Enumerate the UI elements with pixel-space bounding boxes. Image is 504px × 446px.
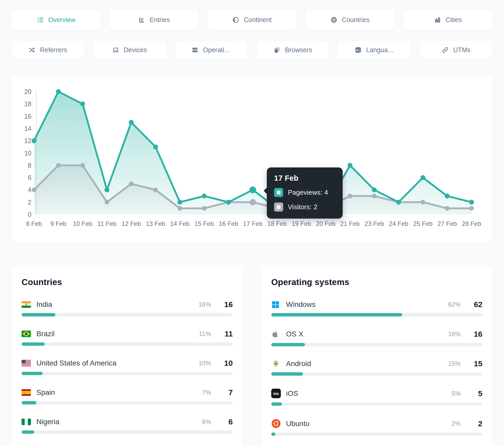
x-tick-label: 8 Feb (26, 220, 42, 227)
data-point-visitors[interactable] (421, 200, 425, 205)
progress-fill (271, 433, 275, 436)
data-point-pageviews[interactable] (348, 163, 353, 168)
list-icon (37, 16, 44, 23)
data-point-pageviews[interactable] (129, 120, 134, 125)
tab-label: Overview (48, 16, 75, 24)
tab-utms[interactable]: UTMs (420, 41, 492, 59)
tooltip-value: Pageviews: 4 (288, 188, 328, 197)
data-point-pageviews[interactable] (80, 102, 85, 106)
tab-countries[interactable]: Countries (306, 10, 394, 30)
data-point-pageviews[interactable] (177, 200, 182, 205)
x-tick-label: 28 Feb (462, 220, 481, 227)
list-item[interactable]: iosiOS5%5 (271, 389, 482, 406)
tab-overview[interactable]: Overview (12, 10, 100, 30)
data-point-pageviews[interactable] (153, 144, 158, 149)
tab-browsers[interactable]: Browsers (257, 41, 329, 59)
data-point-pageviews[interactable] (396, 200, 401, 205)
row-count: 11 (219, 329, 233, 338)
tab-devices[interactable]: Devices (93, 41, 165, 59)
tab-operating-systems[interactable]: Operati… (175, 41, 247, 59)
data-point-visitors[interactable] (250, 199, 256, 205)
x-tick-label: 16 Feb (219, 220, 238, 227)
data-point-visitors[interactable] (56, 163, 61, 168)
series-swatch (274, 188, 283, 197)
row-count: 2 (468, 419, 482, 428)
row-percent: 10% (198, 360, 211, 367)
tab-entries[interactable]: Entries (110, 10, 198, 30)
panel-title: Operating systems (271, 277, 482, 287)
list-item[interactable]: Android15%15 (271, 359, 482, 376)
progress-fill (22, 430, 34, 434)
list-item[interactable]: United States of America10%10 (22, 359, 233, 375)
browser-icon (274, 46, 281, 53)
data-point-pageviews[interactable] (445, 194, 450, 199)
progress-fill (271, 343, 305, 346)
list-item[interactable]: Windows62%62 (271, 300, 482, 316)
data-point-pageviews[interactable] (56, 89, 61, 94)
tab-label: Cities (446, 16, 462, 24)
data-point-pageviews[interactable] (469, 200, 474, 205)
x-tick-label: 21 Feb (340, 220, 360, 227)
data-point-visitors[interactable] (469, 206, 474, 211)
list-item[interactable]: Spain7%7 (22, 388, 233, 404)
row-count: 62 (468, 300, 482, 309)
row-label: OS X (286, 330, 303, 338)
list-item[interactable]: India16%16 (22, 300, 233, 316)
flag-us-icon (22, 360, 32, 367)
row-label: Ubuntu (286, 420, 309, 428)
row-percent: 7% (202, 389, 211, 396)
x-tick-label: 27 Feb (437, 220, 457, 227)
y-tick-label: 12 (24, 137, 31, 144)
tab-cities[interactable]: Cities (404, 10, 492, 30)
data-point-visitors[interactable] (105, 200, 109, 205)
list-item[interactable]: Ubuntu2%2 (271, 419, 482, 436)
data-point-visitors[interactable] (129, 181, 134, 186)
x-tick-label: 18 Feb (267, 220, 287, 227)
data-point-pageviews[interactable] (226, 200, 231, 205)
data-point-pageviews[interactable] (420, 175, 425, 180)
data-point-visitors[interactable] (372, 194, 377, 198)
chart-card: 024681012141618208 Feb9 Feb10 Feb11 Feb1… (12, 76, 492, 243)
x-tick-label: 13 Feb (146, 220, 165, 227)
tab-languages[interactable]: AzLangua… (338, 41, 410, 59)
traffic-chart[interactable]: 024681012141618208 Feb9 Feb10 Feb11 Feb1… (12, 76, 492, 243)
row-label: Windows (286, 300, 316, 309)
list-item[interactable]: Nigeria6%6 (22, 417, 233, 434)
row-percent: 16% (198, 301, 211, 308)
progress-fill (271, 372, 303, 376)
list-item[interactable]: Brazil11%11 (22, 329, 233, 346)
progress-fill (22, 401, 36, 404)
operating-systems-panel: Operating systems Windows62%62OS X16%16A… (261, 267, 492, 446)
progress-bar (271, 372, 482, 376)
progress-fill (271, 313, 402, 316)
data-point-visitors[interactable] (32, 187, 36, 192)
data-point-visitors[interactable] (177, 206, 182, 211)
row-label: Spain (36, 388, 55, 397)
row-label: iOS (286, 389, 298, 398)
data-point-pageviews[interactable] (32, 138, 37, 143)
data-point-visitors[interactable] (202, 206, 207, 211)
data-point-visitors[interactable] (80, 163, 85, 168)
data-point-pageviews[interactable] (202, 194, 207, 199)
row-label: Android (286, 360, 311, 368)
row-count: 16 (468, 330, 482, 339)
progress-fill (22, 313, 55, 316)
data-point-visitors[interactable] (348, 194, 352, 198)
ios-icon: ios (271, 389, 282, 398)
data-point-pageviews[interactable] (372, 187, 377, 192)
tab-continent[interactable]: Continent (208, 10, 296, 30)
data-point-visitors[interactable] (445, 206, 449, 211)
x-tick-label: 20 Feb (316, 220, 335, 227)
chart-tooltip: 17 Feb Pageviews: 4Visitors: 2 (267, 167, 343, 219)
x-tick-label: 23 Feb (364, 220, 384, 227)
y-tick-label: 14 (24, 125, 31, 132)
tooltip-rows: Pageviews: 4Visitors: 2 (274, 188, 335, 212)
data-point-visitors[interactable] (153, 187, 158, 192)
countries-panel: Countries India16%16Brazil11%11United St… (12, 267, 243, 446)
tab-referrers[interactable]: Referrers (12, 41, 84, 59)
row-label: United States of America (36, 359, 116, 367)
data-point-pageviews[interactable] (104, 187, 109, 192)
progress-bar (22, 430, 233, 434)
list-item[interactable]: OS X16%16 (271, 329, 482, 346)
data-point-pageviews[interactable] (249, 186, 256, 193)
